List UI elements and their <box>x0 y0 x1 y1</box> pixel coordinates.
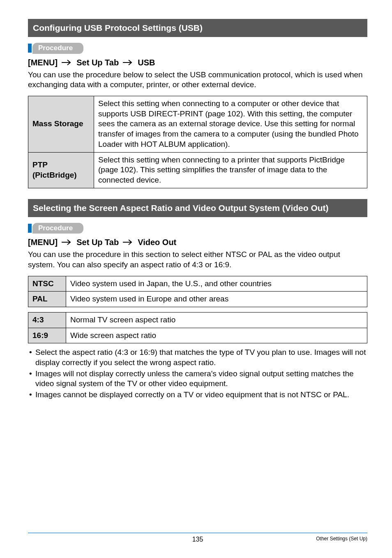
option-desc: Normal TV screen aspect ratio <box>66 313 367 328</box>
option-label: PTP (PictBridge) <box>28 152 94 188</box>
procedure-label-1: Procedure <box>32 43 83 53</box>
notes-list: Select the aspect ratio (4:3 or 16:9) th… <box>28 347 367 400</box>
procedure-row-2: Procedure <box>28 223 367 234</box>
menu-part: Set Up Tab <box>76 238 119 247</box>
list-item: Select the aspect ratio (4:3 or 16:9) th… <box>28 347 367 368</box>
table-row: Mass Storage Select this setting when co… <box>28 96 367 152</box>
arrow-right-icon <box>62 58 72 67</box>
table-row: 16:9 Wide screen aspect ratio <box>28 328 367 343</box>
option-desc: Select this setting when connecting to a… <box>94 96 367 152</box>
procedure-label-2: Procedure <box>32 223 83 234</box>
procedure-bullet-icon <box>28 224 32 233</box>
usb-options-table: Mass Storage Select this setting when co… <box>28 96 367 188</box>
video-system-table: NTSC Video system used in Japan, the U.S… <box>28 276 367 307</box>
option-label: 4:3 <box>28 313 66 328</box>
arrow-right-icon <box>123 58 134 67</box>
option-desc: Select this setting when connecting to a… <box>94 152 367 188</box>
list-item: Images will not display correctly unless… <box>28 369 367 389</box>
menu-part: Video Out <box>138 238 176 247</box>
menu-part: Set Up Tab <box>76 58 119 67</box>
arrow-right-icon <box>62 238 72 247</box>
option-label: 16:9 <box>28 328 66 343</box>
section-heading-usb: Configuring USB Protocol Settings (USB) <box>28 19 367 37</box>
option-label: NTSC <box>28 276 66 292</box>
section-heading-video: Selecting the Screen Aspect Ratio and Vi… <box>28 199 367 217</box>
intro-text-1: You can use the procedure below to selec… <box>28 70 367 90</box>
table-row: PTP (PictBridge) Select this setting whe… <box>28 152 367 188</box>
table-row: 4:3 Normal TV screen aspect ratio <box>28 313 367 328</box>
menu-part: [MENU] <box>28 238 58 247</box>
table-row: PAL Video system used in Europe and othe… <box>28 292 367 307</box>
intro-text-2: You can use the procedure in this sectio… <box>28 250 367 270</box>
menu-path-2: [MENU] Set Up Tab Video Out <box>28 238 367 247</box>
option-desc: Wide screen aspect ratio <box>66 328 367 343</box>
procedure-row-1: Procedure <box>28 43 367 53</box>
footer-section-name: Other Settings (Set Up) <box>316 536 367 542</box>
list-item: Images cannot be displayed correctly on … <box>28 390 367 400</box>
option-label: PAL <box>28 292 66 307</box>
arrow-right-icon <box>123 238 134 247</box>
footer-rule <box>28 533 367 533</box>
menu-path-1: [MENU] Set Up Tab USB <box>28 58 367 67</box>
aspect-ratio-table: 4:3 Normal TV screen aspect ratio 16:9 W… <box>28 312 367 343</box>
procedure-bullet-icon <box>28 44 32 53</box>
table-row: NTSC Video system used in Japan, the U.S… <box>28 276 367 292</box>
page-footer: 135 Other Settings (Set Up) <box>0 533 392 543</box>
option-desc: Video system used in Europe and other ar… <box>66 292 367 307</box>
menu-part: USB <box>138 58 155 67</box>
option-desc: Video system used in Japan, the U.S., an… <box>66 276 367 292</box>
menu-part: [MENU] <box>28 58 58 67</box>
option-label: Mass Storage <box>28 96 94 152</box>
